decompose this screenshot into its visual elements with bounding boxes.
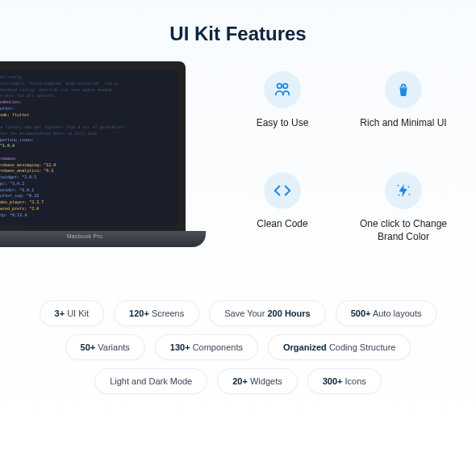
feature-tag: 20+ Widgets <box>217 368 297 394</box>
code-line <box>0 218 173 224</box>
code-line <box>0 149 173 156</box>
feature-tag: 130+ Components <box>155 334 258 360</box>
code-line: # see the documentation here: ui.kit/.nu… <box>0 131 173 137</box>
code-editor-screen: # nuxt-config# build:stable fetch:enable… <box>0 69 177 226</box>
laptop-frame: # nuxt-config# build:stable fetch:enable… <box>0 61 186 231</box>
feature-tag: Save Your 200 Hours <box>209 300 325 326</box>
code-icon <box>264 172 301 209</box>
feature-tag: Organized Coding Structure <box>268 334 411 360</box>
svg-point-2 <box>399 86 407 88</box>
code-line: firebase: <box>0 156 173 162</box>
spark-icon <box>385 172 422 209</box>
code-line: flutter_svg: ^0.22 <box>0 193 173 199</box>
code-line: # see docs for all options. <box>0 93 173 99</box>
feature-tag: 3+ UI Kit <box>40 300 105 326</box>
feature-label: One click to Change Brand Color <box>347 217 460 243</box>
feature-clean-code: Clean Code <box>226 172 339 263</box>
laptop-mockup: # nuxt-config# build:stable fetch:enable… <box>0 61 210 263</box>
code-line: dev_dependencies: <box>0 224 173 226</box>
users-icon <box>264 71 301 108</box>
code-line: provider: ^6.0.1 <box>0 187 173 194</box>
code-line: dependencies: <box>0 99 173 106</box>
code-line: shared_prefs: ^2.0 <box>0 206 173 212</box>
code-line: video_player: ^2.2.7 <box>0 199 173 206</box>
feature-tag: 300+ Icons <box>307 368 382 394</box>
svg-point-1 <box>283 84 288 89</box>
code-line: # generated config. override via .env wh… <box>0 87 173 94</box>
code-line: getwidget: ^2.0.5 <box>0 174 173 181</box>
code-line: # a library app put together from a set … <box>0 124 173 131</box>
code-line: ^1.0.4 <box>0 143 173 149</box>
code-line: firebase_messaging: ^12.0 <box>0 162 173 169</box>
tags-row: 3+ UI Kit120+ ScreensSave Your 200 Hours… <box>0 300 476 394</box>
svg-point-6 <box>408 194 410 195</box>
hero-section: # nuxt-config# build:stable fetch:enable… <box>0 61 476 263</box>
code-line: # nuxt-config <box>0 74 173 81</box>
svg-point-5 <box>399 194 400 195</box>
feature-easy-to-use: Easy to Use <box>226 71 339 149</box>
code-line: grpc: ^3.0.2 <box>0 181 173 187</box>
code-line: cupertino_icons: <box>0 137 173 144</box>
laptop-base: Macbook Pro <box>0 231 206 247</box>
cup-icon <box>385 71 422 108</box>
feature-label: Clean Code <box>257 217 307 230</box>
code-line: sdk: flutter <box>0 112 173 119</box>
feature-tag: Light and Dark Mode <box>94 368 207 394</box>
feature-label: Easy to Use <box>257 116 309 129</box>
laptop-brand-label: Macbook Pro <box>0 233 186 239</box>
svg-point-4 <box>408 186 410 187</box>
feature-tag: 50+ Variants <box>65 334 145 360</box>
code-line: # build:stable fetch:enabled mode:univer… <box>0 81 173 87</box>
page-title: UI Kit Features <box>0 0 476 45</box>
svg-point-0 <box>278 84 282 89</box>
feature-rich-minimal-ui: Rich and Minimal UI <box>347 71 460 149</box>
svg-point-3 <box>398 185 399 187</box>
code-line: http: ^0.13.4 <box>0 212 173 219</box>
feature-brand-color: One click to Change Brand Color <box>347 172 460 263</box>
feature-label: Rich and Minimal UI <box>360 116 446 129</box>
code-line <box>0 118 173 124</box>
code-line: flutter: <box>0 106 173 112</box>
features-grid: Easy to Use Rich and Minimal UI Clean Co… <box>210 61 476 263</box>
feature-tag: 500+ Auto layouts <box>336 300 437 326</box>
code-line: firebase_analytics: ^9.3 <box>0 168 173 174</box>
feature-tag: 120+ Screens <box>114 300 199 326</box>
